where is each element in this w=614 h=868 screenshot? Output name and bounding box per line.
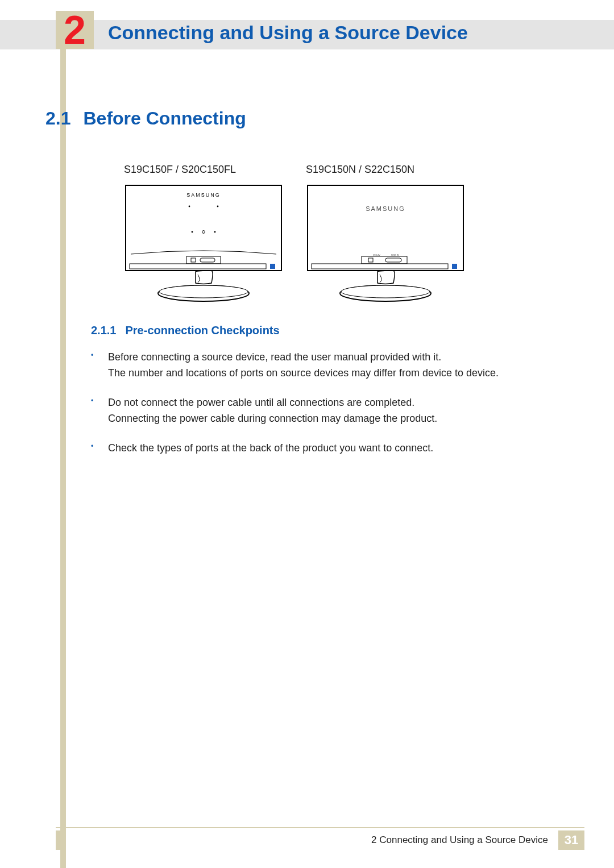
- svg-text:RGB IN: RGB IN: [391, 254, 399, 256]
- bullet-list: Before connecting a source device, read …: [91, 350, 574, 456]
- svg-point-12: [159, 285, 248, 298]
- svg-point-1: [189, 206, 190, 207]
- svg-rect-6: [186, 256, 221, 264]
- svg-point-5: [214, 231, 216, 233]
- section-heading: 2.1 Before Connecting: [45, 108, 580, 129]
- list-item: Before connecting a source device, read …: [108, 350, 574, 381]
- chapter-number: 2: [64, 10, 86, 50]
- chapter-title: Connecting and Using a Source Device: [108, 22, 468, 44]
- list-item: Do not connect the power cable until all…: [108, 395, 574, 427]
- subsection-heading: 2.1.1 Pre-connection Checkpoints: [91, 324, 574, 337]
- chapter-number-box: 2: [56, 11, 94, 49]
- subsection: 2.1.1 Pre-connection Checkpoints Before …: [91, 324, 574, 470]
- vertical-band: [60, 19, 66, 868]
- brand-text: SAMSUNG: [366, 205, 405, 212]
- bullet-text: Do not connect the power cable until all…: [108, 395, 574, 411]
- model-left: S19C150F / S20C150FL SAMSUNG: [124, 164, 283, 305]
- monitor-right-icon: SAMSUNG DC14V RGB IN: [306, 184, 465, 303]
- svg-text:DC14V: DC14V: [373, 254, 380, 256]
- model-right: S19C150N / S22C150N SAMSUNG DC14V RGB IN: [306, 164, 465, 305]
- bullet-text: Check the types of ports at the back of …: [108, 441, 574, 456]
- footer-chapter-ref: 2 Connecting and Using a Source Device: [371, 834, 548, 846]
- model-figures: S19C150F / S20C150FL SAMSUNG S19C150N / …: [124, 164, 465, 305]
- bullet-text: Connecting the power cable during connec…: [108, 411, 574, 427]
- page-number: 31: [565, 833, 578, 848]
- bullet-text: The number and locations of ports on sou…: [108, 366, 574, 381]
- svg-rect-9: [130, 264, 266, 269]
- svg-point-2: [217, 206, 219, 207]
- section-number: 2.1: [45, 108, 70, 129]
- footer-rule: [56, 827, 584, 828]
- subsection-number: 2.1.1: [91, 324, 116, 337]
- footer: 2 Connecting and Using a Source Device 3…: [371, 830, 584, 850]
- page-number-box: 31: [558, 830, 584, 850]
- svg-point-22: [341, 285, 430, 298]
- svg-rect-19: [312, 264, 448, 269]
- section-title: Before Connecting: [83, 108, 246, 129]
- model-right-label: S19C150N / S22C150N: [306, 164, 465, 176]
- brand-text: SAMSUNG: [186, 192, 221, 198]
- svg-point-3: [192, 231, 193, 233]
- svg-rect-10: [270, 264, 275, 269]
- bullet-text: Before connecting a source device, read …: [108, 350, 574, 366]
- footer-left-accent: [56, 830, 66, 850]
- model-left-label: S19C150F / S20C150FL: [124, 164, 283, 176]
- svg-rect-20: [452, 264, 457, 269]
- list-item: Check the types of ports at the back of …: [108, 441, 574, 456]
- subsection-title: Pre-connection Checkpoints: [125, 324, 279, 337]
- monitor-left-icon: SAMSUNG: [124, 184, 283, 303]
